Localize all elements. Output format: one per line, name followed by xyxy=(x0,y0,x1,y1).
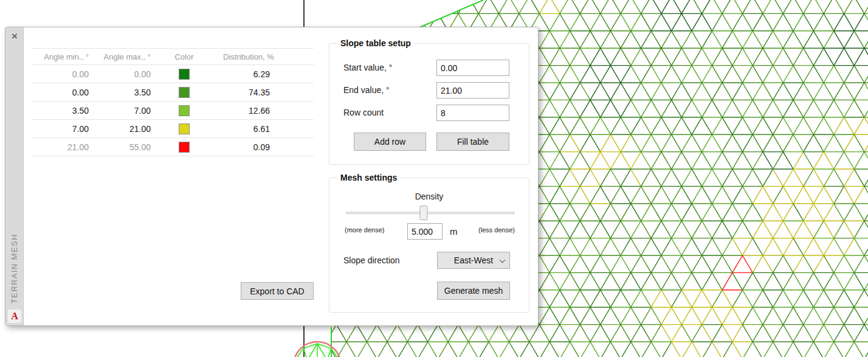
distribution-cell: 12.66 xyxy=(218,106,314,116)
table-row[interactable]: 0.00 3.50 74.35 xyxy=(32,83,314,102)
group-title: Mesh settings xyxy=(337,173,401,182)
header-angle-max: Angle max., ° xyxy=(89,52,151,61)
chevron-down-icon xyxy=(500,257,506,263)
terrain-mesh-palette: × TERRAIN MESH A Angle min., ° Angle max… xyxy=(5,27,539,326)
add-row-button[interactable]: Add row xyxy=(354,133,426,151)
slope-table-body: 0.00 0.00 6.29 0.00 3.50 74.35 3.50 7.00… xyxy=(32,65,314,156)
slope-color-table: Angle min., ° Angle max., ° Color Distri… xyxy=(32,48,314,156)
table-row[interactable]: 0.00 0.00 6.29 xyxy=(32,65,314,83)
angle-min-cell: 0.00 xyxy=(32,88,89,97)
row-count-label: Row count xyxy=(343,105,384,121)
color-swatch[interactable] xyxy=(179,105,190,116)
color-cell xyxy=(151,123,218,134)
row-count-input[interactable] xyxy=(436,105,509,121)
density-unit-label: m xyxy=(450,223,458,240)
start-value-input[interactable] xyxy=(436,60,509,76)
generate-mesh-button[interactable]: Generate mesh xyxy=(437,282,510,300)
slope-table-setup-group: Slope table setup Start value, ° End val… xyxy=(329,43,529,165)
color-cell xyxy=(151,105,218,116)
angle-max-cell: 21.00 xyxy=(89,124,151,134)
end-value-label: End value, ° xyxy=(343,82,390,99)
density-label: Density xyxy=(329,192,529,201)
distribution-cell: 6.61 xyxy=(218,124,314,134)
color-swatch[interactable] xyxy=(179,87,190,98)
color-cell xyxy=(151,86,218,97)
less-dense-hint: (less dense) xyxy=(478,226,515,234)
angle-min-cell: 0.00 xyxy=(32,69,89,79)
group-title: Slope table setup xyxy=(337,38,415,48)
color-cell xyxy=(151,141,218,152)
autocad-logo-icon: A xyxy=(8,310,21,323)
table-row[interactable]: 7.00 21.00 6.61 xyxy=(32,120,314,138)
header-angle-min: Angle min., ° xyxy=(32,52,89,61)
density-value-input[interactable] xyxy=(407,223,443,240)
slope-direction-value: East-West xyxy=(454,255,493,265)
color-cell xyxy=(151,68,218,79)
end-value-input[interactable] xyxy=(436,82,509,99)
angle-max-cell: 3.50 xyxy=(89,88,151,97)
slope-direction-select[interactable]: East-West xyxy=(437,252,510,269)
angle-min-cell: 3.50 xyxy=(32,106,89,116)
distribution-cell: 74.35 xyxy=(218,88,314,97)
density-slider[interactable] xyxy=(346,205,515,221)
table-row[interactable]: 3.50 7.00 12.66 xyxy=(32,102,314,120)
slope-direction-label: Slope direction xyxy=(343,252,400,269)
table-row[interactable]: 21.00 55.00 0.09 xyxy=(32,138,314,156)
export-to-cad-button[interactable]: Export to CAD xyxy=(241,282,314,300)
distribution-cell: 6.29 xyxy=(218,69,314,79)
header-color: Color xyxy=(151,52,218,61)
color-swatch[interactable] xyxy=(179,123,190,134)
close-icon[interactable]: × xyxy=(5,29,24,44)
angle-min-cell: 21.00 xyxy=(32,142,89,152)
angle-max-cell: 55.00 xyxy=(89,142,151,152)
angle-min-cell: 7.00 xyxy=(32,124,89,134)
density-slider-thumb[interactable] xyxy=(419,206,427,220)
density-slider-track[interactable] xyxy=(346,212,515,214)
fill-table-button[interactable]: Fill table xyxy=(436,133,509,151)
distribution-cell: 0.09 xyxy=(218,142,314,152)
angle-max-cell: 0.00 xyxy=(89,69,151,79)
color-swatch[interactable] xyxy=(179,142,190,153)
mesh-settings-group: Mesh settings Density (more dense) (less… xyxy=(329,178,529,313)
more-dense-hint: (more dense) xyxy=(345,226,384,234)
palette-title-bar: × TERRAIN MESH A xyxy=(5,27,24,325)
palette-title: TERRAIN MESH xyxy=(10,234,19,303)
application-viewport: × TERRAIN MESH A Angle min., ° Angle max… xyxy=(0,0,868,357)
angle-max-cell: 7.00 xyxy=(89,106,151,116)
header-distribution: Distribution, % xyxy=(218,52,314,61)
start-value-label: Start value, ° xyxy=(343,60,392,76)
color-swatch[interactable] xyxy=(179,69,190,80)
table-header-row: Angle min., ° Angle max., ° Color Distri… xyxy=(32,48,314,65)
